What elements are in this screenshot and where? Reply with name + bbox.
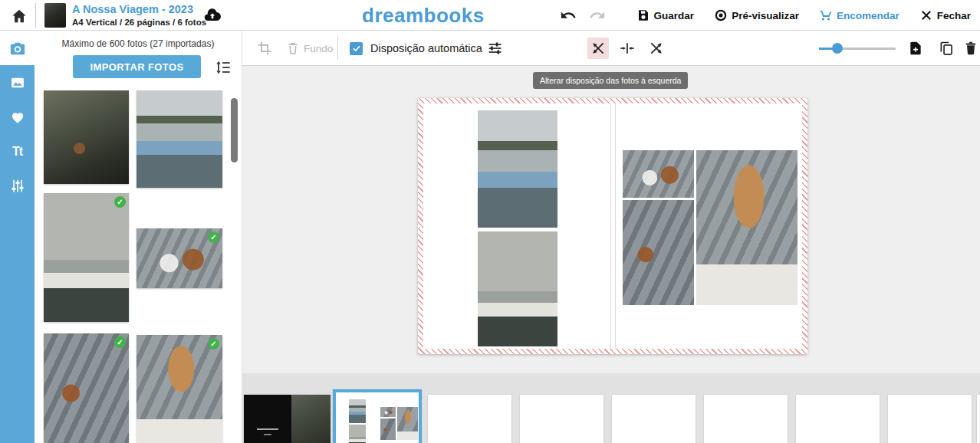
rail-tab-photos[interactable]: [0, 65, 35, 100]
auto-layout-toggle[interactable]: Disposição automática: [350, 31, 482, 66]
cloud-upload-icon[interactable]: [201, 6, 224, 25]
history-controls: [560, 7, 606, 24]
save-label: Guardar: [654, 10, 695, 21]
cover-photo: [291, 395, 331, 443]
photo-used-check-icon: ✓: [208, 338, 219, 349]
photo-thumb-man-leaning-on-rocks[interactable]: ✓: [44, 333, 129, 443]
zoom-slider-track[interactable]: [819, 48, 896, 50]
rail-tab-text[interactable]: Tt: [0, 134, 35, 169]
cover-title-area: [244, 395, 291, 443]
heart-icon: [10, 110, 25, 125]
spread-photo-man-leaning-on-rocks[interactable]: [623, 200, 694, 305]
preview-button[interactable]: Pré-visualizar: [714, 8, 799, 22]
zoom-slider-knob[interactable]: [832, 43, 843, 54]
camera-icon: [9, 40, 26, 57]
delete-page-button[interactable]: [963, 31, 978, 66]
text-icon: Tt: [12, 145, 22, 159]
spread-photo-woman-sitting-on-boat[interactable]: [478, 231, 557, 346]
page-thumb-cover[interactable]: [244, 395, 331, 443]
book-info: A Nossa Viagem - 2023 A4 Vertical / 26 p…: [72, 3, 206, 28]
background-label: Fundo: [304, 43, 333, 54]
rail-tab-favorites[interactable]: [0, 100, 35, 134]
shuffle-left-layout-button[interactable]: [587, 31, 609, 66]
sort-photos-icon[interactable]: [215, 59, 232, 76]
duplicate-page-button[interactable]: [939, 31, 954, 66]
photo-thumb-woman-sitting-on-boat[interactable]: ✓: [44, 193, 129, 322]
book-title[interactable]: A Nossa Viagem - 2023: [72, 3, 206, 16]
import-photos-button[interactable]: IMPORTAR FOTOS: [73, 55, 201, 78]
home-icon[interactable]: [9, 6, 29, 26]
trash-icon: [963, 41, 978, 56]
close-label: Fechar: [937, 10, 971, 21]
photo-thumb-woman-reaching-from-boat[interactable]: [136, 90, 222, 188]
shuffle-left-icon: [587, 38, 609, 59]
layout-options-button[interactable]: [488, 31, 503, 66]
canvas-toolbar: Fundo Disposição automática: [242, 31, 980, 66]
preview-label: Pré-visualizar: [732, 10, 799, 21]
copy-icon: [939, 41, 954, 56]
page-thumb-empty[interactable]: [520, 395, 603, 443]
vertical-sliders-icon: [10, 179, 25, 194]
top-bar: A Nossa Viagem - 2023 A4 Vertical / 26 p…: [0, 0, 980, 31]
page-thumb-empty[interactable]: [888, 395, 972, 443]
photo-thumb-woman-with-hat[interactable]: ✓: [136, 335, 222, 443]
photo-thumb-couple-on-rocks[interactable]: [44, 90, 129, 184]
page-thumb-empty[interactable]: [704, 395, 788, 443]
auto-layout-checkbox[interactable]: [350, 42, 363, 55]
save-icon: [636, 8, 650, 22]
layout-tooltip: Alterar disposição das fotos à esquerda: [533, 72, 688, 89]
photo-used-check-icon: ✓: [208, 231, 219, 243]
page-thumb-spread-selected[interactable]: [333, 389, 422, 443]
add-page-button[interactable]: [908, 31, 923, 66]
page-thumb-empty[interactable]: [977, 395, 980, 443]
page-thumb-empty[interactable]: [428, 395, 511, 443]
photo-used-check-icon: ✓: [114, 196, 126, 208]
page-spine: [610, 103, 611, 349]
order-button[interactable]: Encomendar: [819, 8, 899, 22]
spread-photo-woman-reaching-from-boat[interactable]: [478, 110, 557, 228]
redo-icon[interactable]: [589, 7, 606, 24]
rail-tab-camera[interactable]: [0, 31, 35, 65]
photos-panel-scrollbar[interactable]: [231, 98, 238, 162]
background-button[interactable]: Fundo: [286, 31, 333, 66]
save-button[interactable]: Guardar: [636, 8, 695, 22]
order-label: Encomendar: [837, 10, 899, 21]
editor-canvas: Alterar disposição das fotos à esquerda: [242, 66, 980, 443]
close-icon: [919, 8, 933, 22]
book-subtitle: A4 Vertical / 26 páginas / 6 fotos: [72, 18, 206, 28]
page-thumb-empty[interactable]: [796, 395, 880, 443]
spread-photo-couple-portrait[interactable]: [623, 150, 694, 198]
zoom-slider[interactable]: [819, 31, 896, 66]
cart-icon: [819, 8, 833, 22]
photos-panel: Máximo de 600 fotos (27 importadas) IMPO…: [35, 31, 242, 443]
image-icon: [10, 75, 25, 90]
book-spread[interactable]: [418, 98, 807, 354]
crop-button[interactable]: [257, 31, 272, 66]
collapse-horizontal-icon: [620, 41, 635, 56]
shuffle-right-layout-button[interactable]: [649, 31, 664, 66]
rail-blue-section: Tt: [0, 65, 35, 443]
trash-outline-icon: [286, 41, 300, 55]
dreambooks-logo: dreambooks: [362, 4, 485, 28]
photobook-editor: A Nossa Viagem - 2023 A4 Vertical / 26 p…: [0, 0, 980, 443]
page-thumb-empty[interactable]: [612, 395, 696, 443]
rail-tab-layout-settings[interactable]: [0, 169, 35, 203]
photo-thumb-couple-portrait[interactable]: ✓: [136, 228, 222, 288]
divider: [337, 37, 338, 60]
auto-layout-label: Disposição automática: [370, 42, 482, 54]
merge-layout-button[interactable]: [620, 31, 635, 66]
photo-limit-text: Máximo de 600 fotos (27 importadas): [35, 38, 242, 49]
pages-strip: [242, 373, 980, 443]
book-cover-thumbnail[interactable]: [44, 3, 66, 28]
spread-photo-woman-with-hat[interactable]: [696, 150, 797, 305]
spread-pages: [423, 103, 802, 349]
shuffle-right-icon: [649, 41, 664, 56]
photo-used-check-icon: ✓: [114, 336, 126, 348]
tune-icon: [488, 41, 503, 56]
close-button[interactable]: Fechar: [919, 8, 971, 22]
add-page-icon: [908, 41, 923, 56]
preview-eye-icon: [714, 8, 728, 22]
crop-icon: [257, 41, 272, 56]
undo-icon[interactable]: [560, 7, 577, 24]
topbar-actions: Guardar Pré-visualizar Encomendar Fechar: [560, 0, 971, 31]
